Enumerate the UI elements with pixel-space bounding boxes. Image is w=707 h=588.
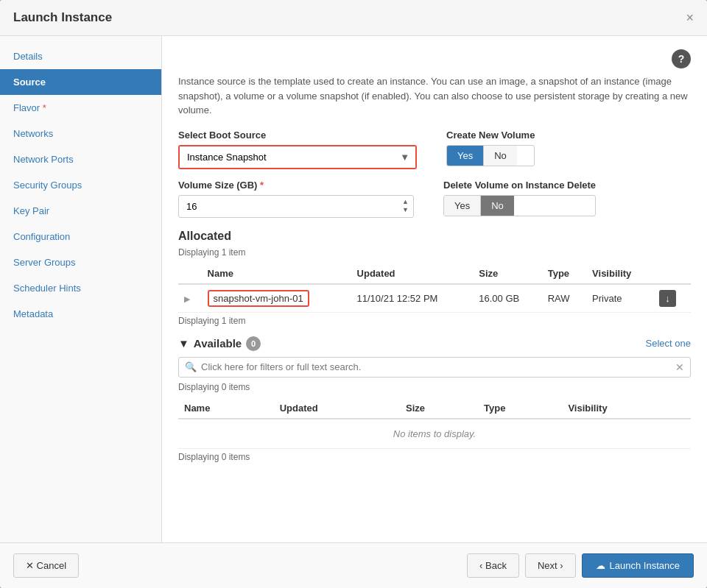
launch-instance-button[interactable]: ☁ Launch Instance [582, 553, 694, 578]
allocated-col-updated: Updated [351, 263, 474, 284]
select-one-link[interactable]: Select one [646, 338, 691, 349]
clear-search-button[interactable]: ✕ [675, 361, 684, 373]
launch-label: Launch Instance [610, 560, 680, 571]
modal-body: Details Source Flavor * Networks Network… [0, 36, 707, 542]
modal-title: Launch Instance [13, 10, 112, 25]
cancel-button[interactable]: ✕ Cancel [13, 553, 79, 578]
help-icon[interactable]: ? [672, 49, 691, 68]
available-table-header: Name Updated Size Type Visibility [178, 398, 691, 419]
allocated-col-visibility: Visibility [586, 263, 653, 284]
volume-size-wrapper: ▲ ▼ [178, 195, 414, 218]
delete-volume-group: Delete Volume on Instance Delete Yes No [443, 180, 596, 216]
available-col-updated: Updated [274, 398, 400, 419]
volume-increment-button[interactable]: ▲ [400, 198, 411, 206]
boot-source-label: Select Boot Source [178, 130, 417, 141]
allocated-col-size: Size [473, 263, 541, 284]
boot-source-select-wrapper: Image Instance Snapshot Volume Volume Sn… [178, 145, 417, 169]
sidebar-item-server-groups[interactable]: Server Groups [0, 249, 161, 275]
allocated-displaying-bottom: Displaying 1 item [178, 316, 691, 326]
row-expand-cell: ▶ [178, 284, 202, 313]
create-volume-group: Create New Volume Yes No [446, 130, 535, 166]
volume-size-label: Volume Size (GB) * [178, 180, 414, 191]
available-col-size: Size [400, 398, 478, 419]
delete-volume-yes-button[interactable]: Yes [444, 196, 481, 216]
allocated-col-type: Type [542, 263, 586, 284]
row-type-cell: RAW [542, 284, 586, 313]
available-displaying-top: Displaying 0 items [178, 382, 691, 392]
allocated-col-action [653, 263, 691, 284]
row-visibility-cell: Private [586, 284, 653, 313]
sidebar-item-configuration[interactable]: Configuration [0, 224, 161, 249]
sidebar-item-network-ports[interactable]: Network Ports [0, 146, 161, 172]
sidebar-item-networks[interactable]: Networks [0, 121, 161, 146]
create-volume-label: Create New Volume [446, 130, 535, 141]
row-size-cell: 16.00 GB [473, 284, 541, 313]
allocated-table: Name Updated Size Type Visibility ▶ snap… [178, 263, 691, 313]
delete-volume-label: Delete Volume on Instance Delete [443, 180, 596, 191]
sidebar-item-key-pair[interactable]: Key Pair [0, 198, 161, 224]
row-action-cell: ↓ [653, 284, 691, 313]
description-text: Instance source is the template used to … [178, 74, 691, 118]
launch-icon: ☁ [596, 560, 605, 571]
volume-spinner: ▲ ▼ [400, 195, 411, 218]
available-table: Name Updated Size Type Visibility No ite… [178, 398, 691, 449]
no-items-text: No items to display. [178, 419, 691, 449]
search-box: 🔍 ✕ [178, 357, 691, 378]
available-displaying-bottom: Displaying 0 items [178, 452, 691, 462]
next-button[interactable]: Next › [525, 553, 576, 578]
sidebar-item-security-groups[interactable]: Security Groups [0, 172, 161, 198]
sidebar: Details Source Flavor * Networks Network… [0, 36, 162, 542]
sidebar-item-details[interactable]: Details [0, 43, 161, 69]
table-row: ▶ snapshot-vm-john-01 11/10/21 12:52 PM … [178, 284, 691, 313]
volume-size-input[interactable] [178, 195, 414, 218]
allocated-col-expand [178, 263, 202, 284]
allocated-section: Allocated Displaying 1 item Name Updated… [178, 230, 691, 326]
volume-size-row: Volume Size (GB) * ▲ ▼ Delete Volume on … [178, 180, 691, 218]
available-count-badge: 0 [246, 336, 261, 351]
available-col-visibility: Visibility [562, 398, 691, 419]
allocated-col-name: Name [202, 263, 351, 284]
delete-volume-no-button[interactable]: No [481, 196, 514, 216]
boot-source-group: Select Boot Source Image Instance Snapsh… [178, 130, 417, 169]
available-title-group[interactable]: ▼ Available 0 [178, 336, 261, 351]
available-col-type: Type [478, 398, 562, 419]
boot-source-row: Select Boot Source Image Instance Snapsh… [178, 130, 691, 169]
delete-volume-btn-group: Yes No [443, 195, 596, 216]
boot-source-select[interactable]: Image Instance Snapshot Volume Volume Sn… [180, 146, 415, 168]
create-volume-no-button[interactable]: No [484, 146, 517, 166]
available-section: ▼ Available 0 Select one 🔍 ✕ Displaying … [178, 336, 691, 462]
allocated-title: Allocated [178, 230, 691, 243]
available-chevron-icon: ▼ [178, 337, 189, 350]
volume-decrement-button[interactable]: ▼ [400, 206, 411, 214]
launch-instance-modal: Launch Instance × Details Source Flavor … [0, 0, 707, 588]
main-content: ? Instance source is the template used t… [162, 36, 707, 542]
available-col-name: Name [178, 398, 274, 419]
row-updated-cell: 11/10/21 12:52 PM [351, 284, 474, 313]
snapshot-name: snapshot-vm-john-01 [208, 290, 309, 307]
back-button[interactable]: ‹ Back [467, 553, 519, 578]
available-title-text: Available [194, 337, 242, 350]
sidebar-item-metadata[interactable]: Metadata [0, 301, 161, 327]
search-icon: 🔍 [185, 361, 197, 372]
search-input[interactable] [201, 361, 675, 372]
modal-footer: ✕ Cancel ‹ Back Next › ☁ Launch Instance [0, 542, 707, 588]
create-volume-yes-button[interactable]: Yes [447, 146, 484, 166]
modal-header: Launch Instance × [0, 0, 707, 36]
allocated-table-header: Name Updated Size Type Visibility [178, 263, 691, 284]
sidebar-item-scheduler-hints[interactable]: Scheduler Hints [0, 275, 161, 301]
sidebar-item-source[interactable]: Source [0, 69, 161, 95]
volume-size-group: Volume Size (GB) * ▲ ▼ [178, 180, 414, 218]
no-items-row: No items to display. [178, 419, 691, 449]
remove-item-button[interactable]: ↓ [659, 290, 676, 307]
expand-icon[interactable]: ▶ [184, 294, 190, 303]
create-volume-btn-group: Yes No [446, 145, 535, 166]
row-name-cell: snapshot-vm-john-01 [202, 284, 351, 313]
close-button[interactable]: × [686, 11, 694, 24]
allocated-displaying-top: Displaying 1 item [178, 247, 691, 258]
sidebar-item-flavor[interactable]: Flavor * [0, 95, 161, 121]
available-header: ▼ Available 0 Select one [178, 336, 691, 351]
footer-right-buttons: ‹ Back Next › ☁ Launch Instance [467, 553, 694, 578]
